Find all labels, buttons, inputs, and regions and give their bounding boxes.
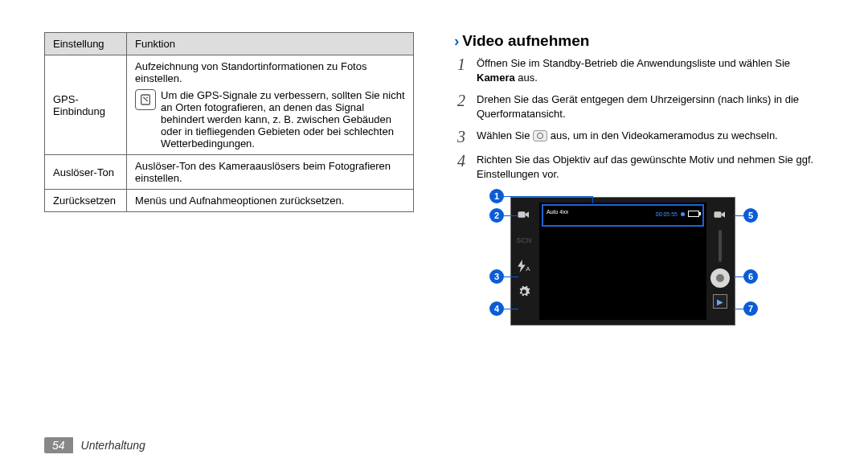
step-text: Drehen Sie das Gerät entgegen dem Uhrzei…	[477, 92, 824, 121]
step-item: 4 Richten Sie das Objektiv auf das gewün…	[454, 153, 824, 181]
settings-gear-icon[interactable]	[515, 283, 533, 301]
svg-rect-1	[518, 212, 526, 219]
record-dot-icon	[681, 212, 685, 216]
callout-5: 5	[743, 208, 758, 223]
callout-1: 1	[489, 189, 504, 203]
setting-name: GPS-Einbindung	[45, 55, 127, 155]
status-bar-highlight: Auto 4xx 00:05:55	[542, 204, 704, 227]
timecode: 00:05:55	[656, 211, 678, 217]
table-row: Zurücksetzen Menüs und Aufnahmeoptionen …	[45, 190, 414, 212]
callout-6: 6	[743, 269, 758, 284]
playback-button[interactable]: ▶	[713, 294, 727, 309]
step-text: Richten Sie das Objektiv auf das gewünsc…	[477, 153, 824, 181]
step-item: 2 Drehen Sie das Gerät entgegen dem Uhrz…	[454, 92, 824, 121]
setting-name: Zurücksetzen	[45, 190, 127, 212]
switch-mode-icon[interactable]	[711, 206, 729, 223]
table-row: Auslöser-Ton Auslöser-Ton des Kameraausl…	[45, 155, 414, 190]
page-number: 54	[44, 437, 73, 453]
callout-7: 7	[743, 301, 758, 316]
step-number: 2	[454, 92, 469, 109]
step-item: 3 Wählen Sie aus, um in den Videokameram…	[454, 129, 824, 145]
col-setting: Einstellung	[45, 33, 127, 55]
chapter-name: Unterhaltung	[81, 439, 145, 452]
setting-function: Menüs und Aufnahmeoptionen zurücksetzen.	[127, 190, 414, 212]
callout-2: 2	[489, 208, 504, 223]
camcorder-mode-icon[interactable]	[515, 206, 533, 223]
step-item: 1 Öffnen Sie im Standby-Betrieb die Anwe…	[454, 56, 824, 84]
step-number: 3	[454, 129, 469, 145]
scene-mode-icon[interactable]: SCN	[515, 231, 533, 249]
table-row: GPS-Einbindung Aufzeichnung von Standort…	[45, 55, 414, 155]
note-icon	[135, 89, 156, 110]
col-function: Funktion	[127, 33, 414, 55]
setting-tip: Um die GPS-Signale zu verbessern, sollte…	[161, 89, 405, 149]
setting-name: Auslöser-Ton	[45, 155, 127, 190]
svg-rect-2	[714, 212, 722, 219]
section-title: › Video aufnehmen	[454, 32, 824, 50]
setting-function: Aufzeichnung von Standortinformationen z…	[127, 55, 414, 155]
step-text: Wählen Sie aus, um in den Videokameramod…	[477, 129, 824, 143]
step-number: 1	[454, 56, 469, 72]
step-number: 4	[454, 153, 469, 169]
page-footer: 54 Unterhaltung	[44, 437, 145, 453]
record-button[interactable]	[710, 268, 730, 288]
camera-icon	[533, 130, 547, 141]
callout-3: 3	[489, 269, 504, 284]
settings-table: Einstellung Funktion GPS-Einbindung Aufz…	[44, 32, 414, 212]
camera-screen: Auto 4xx 00:05:55 SCN A	[510, 197, 735, 326]
chevron-icon: ›	[454, 32, 459, 50]
camera-ui-diagram: Auto 4xx 00:05:55 SCN A	[454, 189, 792, 338]
battery-icon	[688, 211, 699, 217]
status-mode-label: Auto 4xx	[547, 209, 568, 215]
step-text: Öffnen Sie im Standby-Betrieb die Anwend…	[477, 56, 824, 84]
setting-function: Auslöser-Ton des Kameraauslösers beim Fo…	[127, 155, 414, 190]
zoom-slider[interactable]	[719, 230, 722, 262]
flash-mode-icon[interactable]: A	[515, 257, 533, 275]
callout-4: 4	[489, 301, 504, 316]
